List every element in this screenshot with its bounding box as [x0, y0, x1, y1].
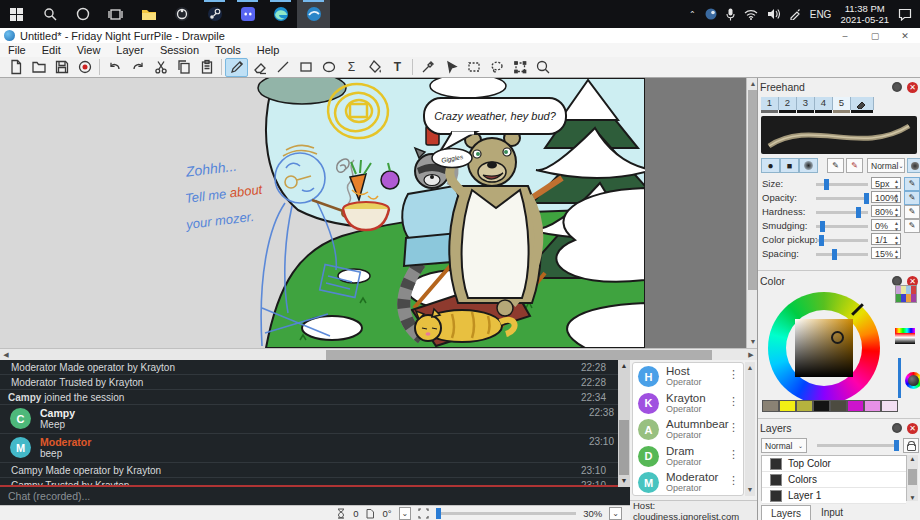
spacing-slider[interactable] [816, 253, 868, 256]
layer-opacity-slider[interactable] [817, 444, 899, 447]
opacity-pressure-toggle[interactable]: ✎ [904, 191, 920, 205]
color-swatch[interactable] [796, 400, 813, 412]
menu-session[interactable]: Session [152, 44, 207, 56]
brush-slot-4[interactable]: 4 [815, 97, 833, 110]
lasso-select-tool[interactable] [485, 58, 508, 77]
round-pixel-brush-button[interactable]: ● [761, 158, 780, 173]
close-panel-icon[interactable]: ✕ [907, 82, 918, 93]
discord-icon[interactable] [231, 0, 264, 28]
hardness-pressure-toggle[interactable]: ✎ [904, 205, 920, 219]
blend-mode-dropdown[interactable]: Normal⌄ [867, 158, 905, 173]
transform-tool[interactable] [508, 58, 531, 77]
tray-steam-icon[interactable] [705, 8, 717, 20]
erase-mode-button[interactable]: ✎ [846, 158, 863, 173]
tray-chevron-icon[interactable]: ⌃ [689, 10, 696, 19]
laser-pointer-tool[interactable] [439, 58, 462, 77]
record-session-button[interactable] [73, 58, 96, 77]
fill-tool[interactable] [363, 58, 386, 77]
color-swatch[interactable] [864, 400, 881, 412]
hardness-spinbox[interactable]: 80%▲▼ [871, 205, 901, 217]
user-menu-icon[interactable]: ⋮ [728, 368, 739, 381]
drawpile-taskbar-icon[interactable] [297, 0, 330, 28]
eraser-tool[interactable] [248, 58, 271, 77]
clock[interactable]: 11:38 PM 2021-05-21 [840, 3, 889, 25]
menu-tools[interactable]: Tools [207, 44, 249, 56]
layer-list-scrollbar[interactable]: ▲ ▼ [907, 455, 918, 501]
menu-layer[interactable]: Layer [108, 44, 152, 56]
size-spinbox[interactable]: 5px▲▼ [871, 177, 901, 189]
chat-log[interactable]: Moderator Made operator by Krayton22:28 … [0, 360, 630, 487]
saturation-value-square[interactable] [795, 319, 853, 377]
color-pickup-spinbox[interactable]: 1/1▲▼ [871, 233, 901, 245]
hardness-slider[interactable] [816, 211, 868, 214]
menu-edit[interactable]: Edit [34, 44, 69, 56]
chat-input[interactable] [0, 490, 630, 502]
task-view-icon[interactable] [99, 0, 132, 28]
pen-device-icon[interactable] [789, 8, 801, 20]
user-menu-icon[interactable]: ⋮ [728, 395, 739, 408]
zoom-slider[interactable] [436, 512, 576, 515]
user-row[interactable]: A AutumnbearOperator ⋮ [633, 416, 743, 443]
rectangle-tool[interactable] [294, 58, 317, 77]
chat-scrollbar[interactable]: ▲ ▼ [618, 360, 630, 487]
tab-layers[interactable]: Layers [761, 505, 811, 520]
edge-icon[interactable] [264, 0, 297, 28]
cut-button[interactable] [149, 58, 172, 77]
close-button[interactable]: ✕ [890, 31, 920, 41]
fit-view-icon[interactable] [418, 508, 429, 519]
color-swatch[interactable] [762, 400, 779, 412]
square-pixel-brush-button[interactable]: ■ [780, 158, 799, 173]
line-tool[interactable] [271, 58, 294, 77]
smudging-pressure-toggle[interactable]: ✎ [904, 219, 920, 233]
opacity-slider[interactable] [816, 197, 868, 200]
user-row[interactable]: H HostOperator ⋮ [633, 363, 743, 390]
smudging-slider[interactable] [816, 225, 868, 228]
menu-view[interactable]: View [69, 44, 109, 56]
minimize-button[interactable]: – [830, 31, 860, 41]
soft-brush-button[interactable] [799, 158, 818, 173]
brush-slot-2[interactable]: 2 [779, 97, 797, 110]
color-wheel-icon[interactable] [905, 372, 920, 389]
microphone-icon[interactable] [726, 8, 735, 21]
user-row[interactable]: K KraytonOperator ⋮ [633, 390, 743, 417]
paste-button[interactable] [195, 58, 218, 77]
undo-button[interactable] [103, 58, 126, 77]
zoom-tool[interactable] [531, 58, 554, 77]
close-panel-icon[interactable]: ✕ [907, 423, 918, 434]
lock-icon[interactable] [903, 438, 919, 453]
save-button[interactable] [50, 58, 73, 77]
eraser-slot[interactable] [851, 97, 874, 110]
rotation-dropdown[interactable]: ⌄ [399, 507, 412, 520]
zoom-dropdown[interactable]: ⌄ [609, 507, 622, 520]
wifi-icon[interactable] [744, 9, 758, 20]
opacity-spinbox[interactable]: 100%▲▼ [871, 191, 901, 203]
user-menu-icon[interactable]: ⋮ [728, 448, 739, 461]
notification-center-icon[interactable] [898, 8, 912, 21]
spacing-spinbox[interactable]: 15%▲▼ [871, 247, 901, 259]
menu-help[interactable]: Help [249, 44, 288, 56]
float-panel-icon[interactable] [892, 82, 902, 92]
new-document-button[interactable] [4, 58, 27, 77]
palette-icon[interactable] [895, 285, 917, 303]
color-picker-tool[interactable] [416, 58, 439, 77]
brush-slot-3[interactable]: 3 [797, 97, 815, 110]
user-row[interactable]: D DramOperator ⋮ [633, 443, 743, 470]
language-indicator[interactable]: ENG [810, 9, 832, 20]
user-list-scrollbar[interactable]: ▲ ▼ [745, 362, 755, 496]
smooth-stroke-button[interactable] [907, 158, 920, 173]
shade-slider[interactable] [898, 358, 901, 398]
user-menu-icon[interactable]: ⋮ [728, 474, 739, 487]
open-button[interactable] [27, 58, 50, 77]
float-panel-icon[interactable] [892, 423, 902, 433]
layer-row[interactable]: Colors [762, 472, 906, 488]
annotation-tool[interactable]: T [386, 58, 409, 77]
color-selector[interactable] [831, 331, 844, 344]
search-icon[interactable] [33, 0, 66, 28]
size-pressure-toggle[interactable]: ✎ [904, 177, 920, 191]
color-swatch[interactable] [847, 400, 864, 412]
cortana-icon[interactable] [66, 0, 99, 28]
brush-slot-1[interactable]: 1 [761, 97, 779, 110]
rectangle-select-tool[interactable] [462, 58, 485, 77]
smudging-spinbox[interactable]: 0%▲▼ [871, 219, 901, 231]
copy-button[interactable] [172, 58, 195, 77]
